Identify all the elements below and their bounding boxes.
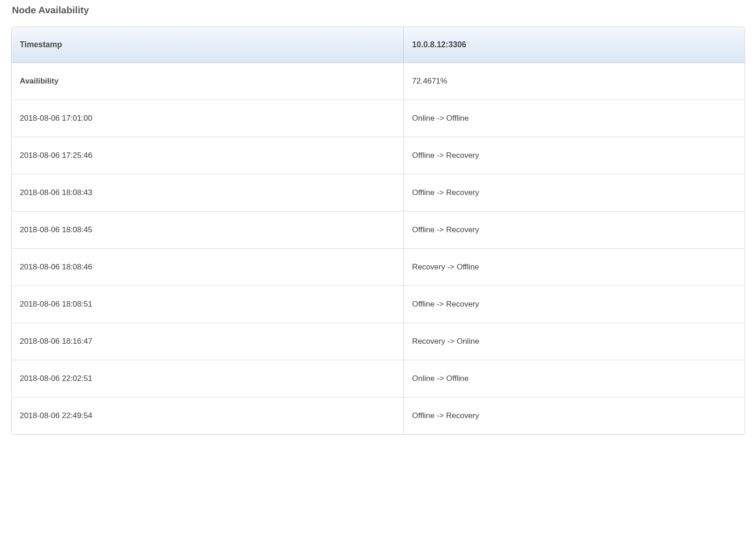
timestamp-cell: 2018-08-06 18:08:43 — [11, 174, 404, 212]
status-cell: Offline -> Recovery — [404, 286, 745, 323]
status-cell: Offline -> Recovery — [404, 137, 745, 174]
availability-value-cell: 72.4671% — [404, 63, 745, 100]
table-row: 2018-08-06 18:08:45Offline -> Recovery — [11, 212, 745, 249]
status-cell: Online -> Offline — [404, 360, 745, 397]
status-cell: Online -> Offline — [404, 100, 745, 137]
availability-label-cell: Availibility — [11, 63, 404, 100]
timestamp-cell: 2018-08-06 17:25:46 — [11, 137, 404, 174]
table-row: 2018-08-06 22:49:54Offline -> Recovery — [11, 397, 745, 435]
table-row: 2018-08-06 18:16:47Recovery -> Online — [11, 323, 745, 360]
table-row: 2018-08-06 17:01:00Online -> Offline — [11, 100, 745, 137]
table-row: 2018-08-06 17:25:46Offline -> Recovery — [11, 137, 745, 174]
header-timestamp[interactable]: Timestamp — [11, 27, 404, 63]
header-node[interactable]: 10.0.8.12:3306 — [404, 27, 745, 63]
availability-table-wrap: Timestamp 10.0.8.12:3306 Availibility 72… — [11, 27, 745, 435]
status-cell: Offline -> Recovery — [404, 397, 745, 435]
status-cell: Offline -> Recovery — [404, 212, 745, 249]
timestamp-cell: 2018-08-06 18:08:45 — [11, 212, 404, 249]
timestamp-cell: 2018-08-06 22:02:51 — [11, 360, 404, 397]
timestamp-cell: 2018-08-06 18:08:46 — [11, 249, 404, 286]
timestamp-cell: 2018-08-06 17:01:00 — [11, 100, 404, 137]
table-row: 2018-08-06 18:08:43Offline -> Recovery — [11, 174, 745, 212]
table-row: 2018-08-06 18:08:51Offline -> Recovery — [11, 286, 745, 323]
status-cell: Recovery -> Offline — [404, 249, 745, 286]
timestamp-cell: 2018-08-06 22:49:54 — [11, 397, 404, 435]
table-row: 2018-08-06 22:02:51Online -> Offline — [11, 360, 745, 397]
timestamp-cell: 2018-08-06 18:16:47 — [11, 323, 404, 360]
section-title: Node Availability — [12, 5, 745, 16]
timestamp-cell: 2018-08-06 18:08:51 — [11, 286, 404, 323]
table-header-row: Timestamp 10.0.8.12:3306 — [11, 27, 745, 63]
status-cell: Recovery -> Online — [404, 323, 745, 360]
table-row-availability: Availibility 72.4671% — [11, 63, 745, 100]
status-cell: Offline -> Recovery — [404, 174, 745, 212]
table-row: 2018-08-06 18:08:46Recovery -> Offline — [11, 249, 745, 286]
availability-table: Timestamp 10.0.8.12:3306 Availibility 72… — [11, 27, 745, 434]
